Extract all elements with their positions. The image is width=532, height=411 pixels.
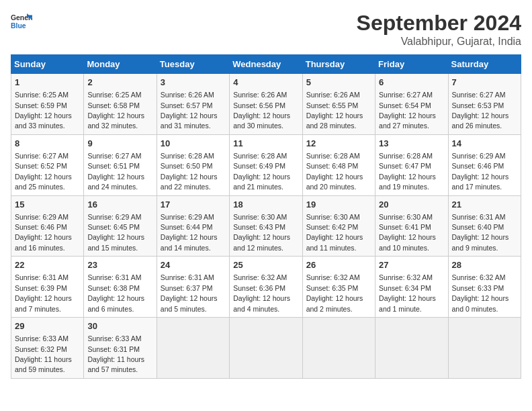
day-number: 21 (452, 199, 517, 211)
calendar-cell: 20Sunrise: 6:30 AMSunset: 6:41 PMDayligh… (375, 195, 448, 257)
weekday-header-row: SundayMondayTuesdayWednesdayThursdayFrid… (11, 55, 521, 74)
weekday-header-wednesday: Wednesday (230, 55, 302, 74)
calendar-cell: 28Sunrise: 6:32 AMSunset: 6:33 PMDayligh… (448, 257, 521, 318)
day-info: Sunrise: 6:30 AMSunset: 6:42 PMDaylight:… (306, 213, 363, 252)
calendar-cell: 26Sunrise: 6:32 AMSunset: 6:35 PMDayligh… (302, 257, 375, 318)
calendar-cell: 12Sunrise: 6:28 AMSunset: 6:48 PMDayligh… (302, 134, 375, 195)
calendar-cell: 6Sunrise: 6:27 AMSunset: 6:54 PMDaylight… (375, 74, 448, 135)
day-info: Sunrise: 6:27 AMSunset: 6:51 PMDaylight:… (87, 152, 144, 191)
calendar-week-3: 15Sunrise: 6:29 AMSunset: 6:46 PMDayligh… (11, 195, 521, 257)
day-info: Sunrise: 6:32 AMSunset: 6:35 PMDaylight:… (306, 273, 363, 312)
weekday-header-sunday: Sunday (11, 55, 84, 74)
calendar-cell: 19Sunrise: 6:30 AMSunset: 6:42 PMDayligh… (302, 195, 375, 257)
day-number: 6 (379, 77, 444, 89)
weekday-header-saturday: Saturday (448, 55, 521, 74)
month-title: September 2024 (357, 11, 521, 36)
day-info: Sunrise: 6:28 AMSunset: 6:48 PMDaylight:… (306, 152, 363, 191)
day-info: Sunrise: 6:29 AMSunset: 6:44 PMDaylight:… (161, 213, 218, 252)
day-number: 26 (306, 259, 371, 271)
day-info: Sunrise: 6:33 AMSunset: 6:31 PMDaylight:… (87, 334, 144, 373)
location-subtitle: Valabhipur, Gujarat, India (357, 36, 521, 48)
day-info: Sunrise: 6:27 AMSunset: 6:54 PMDaylight:… (379, 91, 436, 130)
day-number: 30 (87, 320, 152, 332)
calendar-cell: 9Sunrise: 6:27 AMSunset: 6:51 PMDaylight… (84, 134, 157, 195)
day-number: 2 (87, 77, 152, 89)
calendar-cell (157, 318, 229, 379)
svg-text:Blue: Blue (11, 22, 26, 30)
day-info: Sunrise: 6:25 AMSunset: 6:58 PMDaylight:… (87, 91, 144, 130)
day-info: Sunrise: 6:25 AMSunset: 6:59 PMDaylight:… (15, 91, 72, 130)
day-number: 5 (306, 77, 371, 89)
day-number: 15 (15, 199, 80, 211)
calendar-week-1: 1Sunrise: 6:25 AMSunset: 6:59 PMDaylight… (11, 74, 521, 135)
day-info: Sunrise: 6:27 AMSunset: 6:52 PMDaylight:… (15, 152, 72, 191)
calendar-cell: 18Sunrise: 6:30 AMSunset: 6:43 PMDayligh… (230, 195, 302, 257)
day-number: 9 (87, 138, 152, 150)
day-number: 12 (306, 138, 371, 150)
day-info: Sunrise: 6:29 AMSunset: 6:46 PMDaylight:… (15, 213, 72, 252)
day-number: 20 (379, 199, 444, 211)
day-info: Sunrise: 6:32 AMSunset: 6:34 PMDaylight:… (379, 273, 436, 312)
calendar-cell (302, 318, 375, 379)
calendar-cell: 13Sunrise: 6:28 AMSunset: 6:47 PMDayligh… (375, 134, 448, 195)
day-number: 18 (233, 199, 298, 211)
calendar-cell: 1Sunrise: 6:25 AMSunset: 6:59 PMDaylight… (11, 74, 84, 135)
day-number: 3 (161, 77, 226, 89)
calendar-cell: 21Sunrise: 6:31 AMSunset: 6:40 PMDayligh… (448, 195, 521, 257)
day-number: 29 (15, 320, 80, 332)
weekday-header-friday: Friday (375, 55, 448, 74)
calendar-cell: 30Sunrise: 6:33 AMSunset: 6:31 PMDayligh… (84, 318, 157, 379)
calendar-cell: 17Sunrise: 6:29 AMSunset: 6:44 PMDayligh… (157, 195, 229, 257)
day-info: Sunrise: 6:31 AMSunset: 6:40 PMDaylight:… (452, 213, 509, 252)
weekday-header-thursday: Thursday (302, 55, 375, 74)
day-info: Sunrise: 6:32 AMSunset: 6:33 PMDaylight:… (452, 273, 509, 312)
day-number: 22 (15, 259, 80, 271)
day-info: Sunrise: 6:30 AMSunset: 6:43 PMDaylight:… (233, 213, 290, 252)
calendar-cell: 10Sunrise: 6:28 AMSunset: 6:50 PMDayligh… (157, 134, 229, 195)
calendar-cell: 11Sunrise: 6:28 AMSunset: 6:49 PMDayligh… (230, 134, 302, 195)
calendar-cell: 2Sunrise: 6:25 AMSunset: 6:58 PMDaylight… (84, 74, 157, 135)
calendar-week-4: 22Sunrise: 6:31 AMSunset: 6:39 PMDayligh… (11, 257, 521, 318)
day-info: Sunrise: 6:28 AMSunset: 6:49 PMDaylight:… (233, 152, 290, 191)
calendar-cell (375, 318, 448, 379)
day-number: 27 (379, 259, 444, 271)
day-info: Sunrise: 6:28 AMSunset: 6:47 PMDaylight:… (379, 152, 436, 191)
calendar-cell: 8Sunrise: 6:27 AMSunset: 6:52 PMDaylight… (11, 134, 84, 195)
logo-icon: General Blue (11, 11, 32, 32)
day-number: 1 (15, 77, 80, 89)
day-info: Sunrise: 6:26 AMSunset: 6:55 PMDaylight:… (306, 91, 363, 130)
day-number: 14 (452, 138, 517, 150)
day-number: 23 (87, 259, 152, 271)
calendar-week-2: 8Sunrise: 6:27 AMSunset: 6:52 PMDaylight… (11, 134, 521, 195)
day-number: 24 (161, 259, 226, 271)
day-number: 25 (233, 259, 298, 271)
day-info: Sunrise: 6:31 AMSunset: 6:38 PMDaylight:… (87, 273, 144, 312)
calendar-cell: 16Sunrise: 6:29 AMSunset: 6:45 PMDayligh… (84, 195, 157, 257)
calendar-cell: 23Sunrise: 6:31 AMSunset: 6:38 PMDayligh… (84, 257, 157, 318)
calendar-cell: 15Sunrise: 6:29 AMSunset: 6:46 PMDayligh… (11, 195, 84, 257)
calendar-cell: 4Sunrise: 6:26 AMSunset: 6:56 PMDaylight… (230, 74, 302, 135)
day-info: Sunrise: 6:31 AMSunset: 6:37 PMDaylight:… (161, 273, 218, 312)
calendar-cell: 5Sunrise: 6:26 AMSunset: 6:55 PMDaylight… (302, 74, 375, 135)
calendar-cell (448, 318, 521, 379)
title-area: September 2024 Valabhipur, Gujarat, Indi… (357, 11, 521, 48)
calendar-table: SundayMondayTuesdayWednesdayThursdayFrid… (11, 54, 521, 379)
calendar-body: 1Sunrise: 6:25 AMSunset: 6:59 PMDaylight… (11, 74, 521, 379)
day-info: Sunrise: 6:27 AMSunset: 6:53 PMDaylight:… (452, 91, 509, 130)
logo: General Blue (11, 11, 32, 32)
weekday-header-monday: Monday (84, 55, 157, 74)
calendar-cell: 25Sunrise: 6:32 AMSunset: 6:36 PMDayligh… (230, 257, 302, 318)
day-number: 11 (233, 138, 298, 150)
day-number: 13 (379, 138, 444, 150)
day-number: 16 (87, 199, 152, 211)
day-info: Sunrise: 6:29 AMSunset: 6:46 PMDaylight:… (452, 152, 509, 191)
day-info: Sunrise: 6:26 AMSunset: 6:56 PMDaylight:… (233, 91, 290, 130)
calendar-cell (230, 318, 302, 379)
day-info: Sunrise: 6:26 AMSunset: 6:57 PMDaylight:… (161, 91, 218, 130)
day-number: 8 (15, 138, 80, 150)
day-number: 7 (452, 77, 517, 89)
day-info: Sunrise: 6:30 AMSunset: 6:41 PMDaylight:… (379, 213, 436, 252)
day-number: 28 (452, 259, 517, 271)
calendar-cell: 7Sunrise: 6:27 AMSunset: 6:53 PMDaylight… (448, 74, 521, 135)
day-info: Sunrise: 6:33 AMSunset: 6:32 PMDaylight:… (15, 334, 72, 373)
